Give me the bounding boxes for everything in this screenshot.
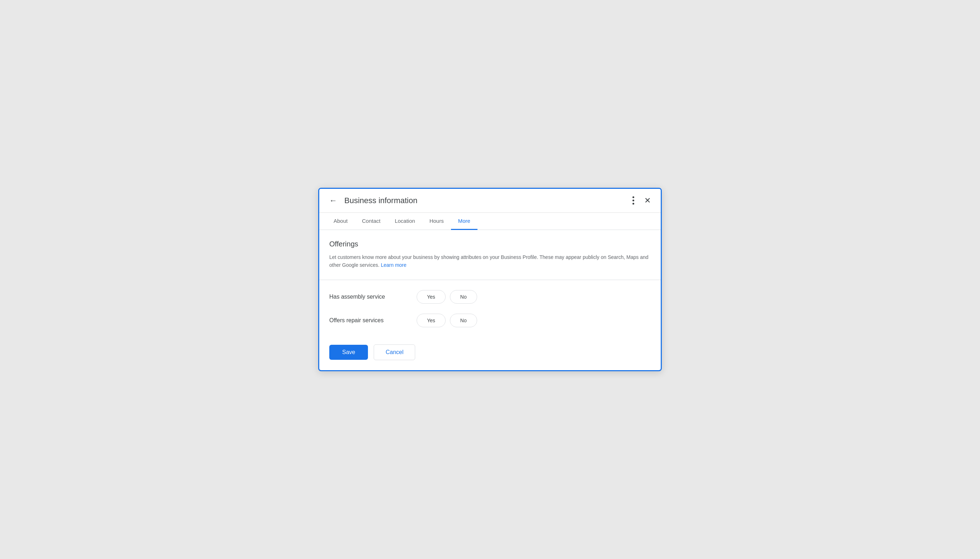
tab-more[interactable]: More [451,213,478,230]
assembly-service-no-button[interactable]: No [450,290,477,304]
dialog-content: Offerings Let customers know more about … [319,230,661,327]
dialog-title: Business information [344,196,630,205]
assembly-service-yes-button[interactable]: Yes [417,290,446,304]
repair-services-row: Offers repair services Yes No [329,314,651,327]
tab-hours[interactable]: Hours [422,213,451,230]
repair-services-label: Offers repair services [329,317,408,324]
back-button[interactable]: ← [327,195,340,207]
dialog-footer: Save Cancel [319,337,661,370]
assembly-service-label: Has assembly service [329,294,408,300]
repair-services-yes-button[interactable]: Yes [417,314,446,327]
section-description: Let customers know more about your busin… [329,253,651,269]
repair-services-toggles: Yes No [417,314,477,327]
repair-services-no-button[interactable]: No [450,314,477,327]
assembly-service-row: Has assembly service Yes No [329,290,651,304]
section-title: Offerings [329,240,651,248]
dialog-header: ← Business information ✕ [319,189,661,213]
close-icon: ✕ [644,196,651,205]
cancel-button[interactable]: Cancel [374,344,415,360]
tab-location[interactable]: Location [388,213,422,230]
tab-about[interactable]: About [327,213,355,230]
save-button[interactable]: Save [329,345,368,360]
assembly-service-toggles: Yes No [417,290,477,304]
back-arrow-icon: ← [329,196,337,205]
tab-contact[interactable]: Contact [355,213,388,230]
tabs-nav: About Contact Location Hours More [319,213,661,230]
more-options-icon [632,196,634,205]
section-divider [319,280,661,280]
header-actions: ✕ [630,195,653,207]
business-info-dialog: ← Business information ✕ About Contact L… [318,188,662,372]
more-options-button[interactable] [630,195,637,206]
close-button[interactable]: ✕ [642,195,653,207]
learn-more-link[interactable]: Learn more [381,262,406,268]
